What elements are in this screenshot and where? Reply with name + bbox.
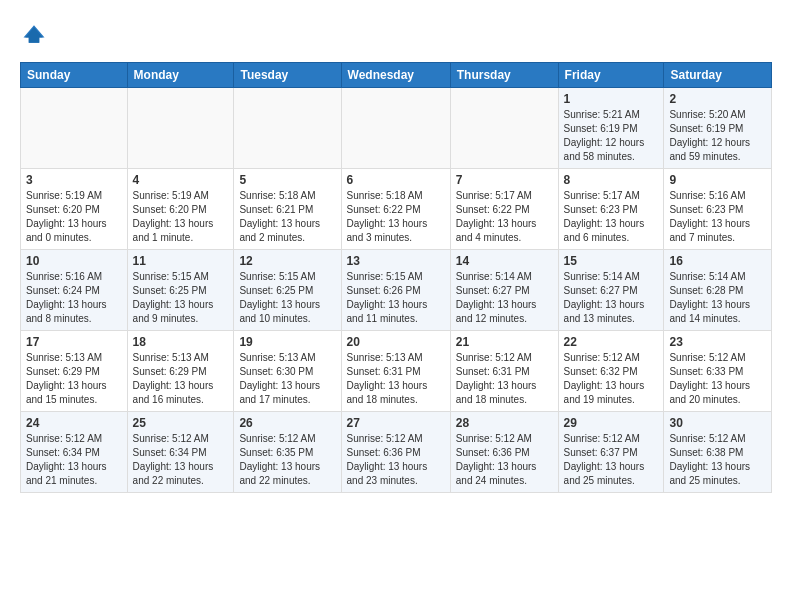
calendar-cell: 26Sunrise: 5:12 AM Sunset: 6:35 PM Dayli…: [234, 412, 341, 493]
day-number: 13: [347, 254, 445, 268]
day-info: Sunrise: 5:13 AM Sunset: 6:31 PM Dayligh…: [347, 351, 445, 407]
weekday-header-sunday: Sunday: [21, 63, 128, 88]
calendar-cell: 17Sunrise: 5:13 AM Sunset: 6:29 PM Dayli…: [21, 331, 128, 412]
day-number: 20: [347, 335, 445, 349]
day-number: 28: [456, 416, 553, 430]
weekday-header-wednesday: Wednesday: [341, 63, 450, 88]
day-info: Sunrise: 5:19 AM Sunset: 6:20 PM Dayligh…: [26, 189, 122, 245]
calendar-cell: [127, 88, 234, 169]
day-info: Sunrise: 5:12 AM Sunset: 6:31 PM Dayligh…: [456, 351, 553, 407]
day-info: Sunrise: 5:15 AM Sunset: 6:25 PM Dayligh…: [239, 270, 335, 326]
day-info: Sunrise: 5:12 AM Sunset: 6:38 PM Dayligh…: [669, 432, 766, 488]
calendar-cell: 16Sunrise: 5:14 AM Sunset: 6:28 PM Dayli…: [664, 250, 772, 331]
day-info: Sunrise: 5:12 AM Sunset: 6:37 PM Dayligh…: [564, 432, 659, 488]
week-row-2: 3Sunrise: 5:19 AM Sunset: 6:20 PM Daylig…: [21, 169, 772, 250]
logo-icon: [20, 20, 48, 48]
calendar-cell: 14Sunrise: 5:14 AM Sunset: 6:27 PM Dayli…: [450, 250, 558, 331]
day-number: 16: [669, 254, 766, 268]
page: SundayMondayTuesdayWednesdayThursdayFrid…: [0, 0, 792, 508]
day-info: Sunrise: 5:12 AM Sunset: 6:34 PM Dayligh…: [133, 432, 229, 488]
calendar-cell: 29Sunrise: 5:12 AM Sunset: 6:37 PM Dayli…: [558, 412, 664, 493]
day-number: 5: [239, 173, 335, 187]
calendar-cell: 8Sunrise: 5:17 AM Sunset: 6:23 PM Daylig…: [558, 169, 664, 250]
calendar-cell: 19Sunrise: 5:13 AM Sunset: 6:30 PM Dayli…: [234, 331, 341, 412]
day-number: 19: [239, 335, 335, 349]
day-number: 24: [26, 416, 122, 430]
weekday-header-tuesday: Tuesday: [234, 63, 341, 88]
day-number: 15: [564, 254, 659, 268]
day-number: 4: [133, 173, 229, 187]
calendar-cell: [21, 88, 128, 169]
day-number: 2: [669, 92, 766, 106]
calendar-cell: 18Sunrise: 5:13 AM Sunset: 6:29 PM Dayli…: [127, 331, 234, 412]
day-info: Sunrise: 5:13 AM Sunset: 6:30 PM Dayligh…: [239, 351, 335, 407]
day-info: Sunrise: 5:18 AM Sunset: 6:22 PM Dayligh…: [347, 189, 445, 245]
day-number: 11: [133, 254, 229, 268]
day-info: Sunrise: 5:16 AM Sunset: 6:24 PM Dayligh…: [26, 270, 122, 326]
day-info: Sunrise: 5:12 AM Sunset: 6:36 PM Dayligh…: [456, 432, 553, 488]
day-info: Sunrise: 5:12 AM Sunset: 6:34 PM Dayligh…: [26, 432, 122, 488]
calendar-cell: 13Sunrise: 5:15 AM Sunset: 6:26 PM Dayli…: [341, 250, 450, 331]
logo: [20, 20, 52, 48]
day-info: Sunrise: 5:14 AM Sunset: 6:27 PM Dayligh…: [456, 270, 553, 326]
calendar-cell: 20Sunrise: 5:13 AM Sunset: 6:31 PM Dayli…: [341, 331, 450, 412]
calendar-cell: 11Sunrise: 5:15 AM Sunset: 6:25 PM Dayli…: [127, 250, 234, 331]
calendar-cell: 30Sunrise: 5:12 AM Sunset: 6:38 PM Dayli…: [664, 412, 772, 493]
calendar-cell: 6Sunrise: 5:18 AM Sunset: 6:22 PM Daylig…: [341, 169, 450, 250]
day-info: Sunrise: 5:15 AM Sunset: 6:26 PM Dayligh…: [347, 270, 445, 326]
calendar-cell: 23Sunrise: 5:12 AM Sunset: 6:33 PM Dayli…: [664, 331, 772, 412]
day-number: 17: [26, 335, 122, 349]
day-number: 6: [347, 173, 445, 187]
day-number: 7: [456, 173, 553, 187]
day-number: 30: [669, 416, 766, 430]
day-info: Sunrise: 5:13 AM Sunset: 6:29 PM Dayligh…: [133, 351, 229, 407]
calendar-body: 1Sunrise: 5:21 AM Sunset: 6:19 PM Daylig…: [21, 88, 772, 493]
day-info: Sunrise: 5:17 AM Sunset: 6:23 PM Dayligh…: [564, 189, 659, 245]
week-row-5: 24Sunrise: 5:12 AM Sunset: 6:34 PM Dayli…: [21, 412, 772, 493]
header: [20, 20, 772, 48]
day-number: 10: [26, 254, 122, 268]
calendar-cell: 24Sunrise: 5:12 AM Sunset: 6:34 PM Dayli…: [21, 412, 128, 493]
calendar-cell: 5Sunrise: 5:18 AM Sunset: 6:21 PM Daylig…: [234, 169, 341, 250]
calendar-cell: 10Sunrise: 5:16 AM Sunset: 6:24 PM Dayli…: [21, 250, 128, 331]
day-number: 3: [26, 173, 122, 187]
weekday-header-monday: Monday: [127, 63, 234, 88]
day-info: Sunrise: 5:20 AM Sunset: 6:19 PM Dayligh…: [669, 108, 766, 164]
calendar-cell: [234, 88, 341, 169]
day-info: Sunrise: 5:21 AM Sunset: 6:19 PM Dayligh…: [564, 108, 659, 164]
day-info: Sunrise: 5:16 AM Sunset: 6:23 PM Dayligh…: [669, 189, 766, 245]
calendar-cell: 22Sunrise: 5:12 AM Sunset: 6:32 PM Dayli…: [558, 331, 664, 412]
day-info: Sunrise: 5:14 AM Sunset: 6:28 PM Dayligh…: [669, 270, 766, 326]
day-number: 23: [669, 335, 766, 349]
day-info: Sunrise: 5:12 AM Sunset: 6:33 PM Dayligh…: [669, 351, 766, 407]
day-info: Sunrise: 5:15 AM Sunset: 6:25 PM Dayligh…: [133, 270, 229, 326]
week-row-4: 17Sunrise: 5:13 AM Sunset: 6:29 PM Dayli…: [21, 331, 772, 412]
day-info: Sunrise: 5:12 AM Sunset: 6:32 PM Dayligh…: [564, 351, 659, 407]
day-number: 18: [133, 335, 229, 349]
day-info: Sunrise: 5:12 AM Sunset: 6:35 PM Dayligh…: [239, 432, 335, 488]
calendar-cell: 28Sunrise: 5:12 AM Sunset: 6:36 PM Dayli…: [450, 412, 558, 493]
day-number: 14: [456, 254, 553, 268]
day-number: 25: [133, 416, 229, 430]
calendar-table: SundayMondayTuesdayWednesdayThursdayFrid…: [20, 62, 772, 493]
day-info: Sunrise: 5:18 AM Sunset: 6:21 PM Dayligh…: [239, 189, 335, 245]
day-info: Sunrise: 5:12 AM Sunset: 6:36 PM Dayligh…: [347, 432, 445, 488]
day-number: 1: [564, 92, 659, 106]
day-info: Sunrise: 5:13 AM Sunset: 6:29 PM Dayligh…: [26, 351, 122, 407]
day-info: Sunrise: 5:14 AM Sunset: 6:27 PM Dayligh…: [564, 270, 659, 326]
day-info: Sunrise: 5:19 AM Sunset: 6:20 PM Dayligh…: [133, 189, 229, 245]
calendar-cell: [450, 88, 558, 169]
weekday-header-saturday: Saturday: [664, 63, 772, 88]
day-number: 8: [564, 173, 659, 187]
day-number: 29: [564, 416, 659, 430]
day-info: Sunrise: 5:17 AM Sunset: 6:22 PM Dayligh…: [456, 189, 553, 245]
calendar-cell: 3Sunrise: 5:19 AM Sunset: 6:20 PM Daylig…: [21, 169, 128, 250]
calendar-cell: 1Sunrise: 5:21 AM Sunset: 6:19 PM Daylig…: [558, 88, 664, 169]
day-number: 12: [239, 254, 335, 268]
day-number: 22: [564, 335, 659, 349]
week-row-3: 10Sunrise: 5:16 AM Sunset: 6:24 PM Dayli…: [21, 250, 772, 331]
day-number: 9: [669, 173, 766, 187]
day-number: 21: [456, 335, 553, 349]
weekday-header-thursday: Thursday: [450, 63, 558, 88]
calendar-cell: 25Sunrise: 5:12 AM Sunset: 6:34 PM Dayli…: [127, 412, 234, 493]
